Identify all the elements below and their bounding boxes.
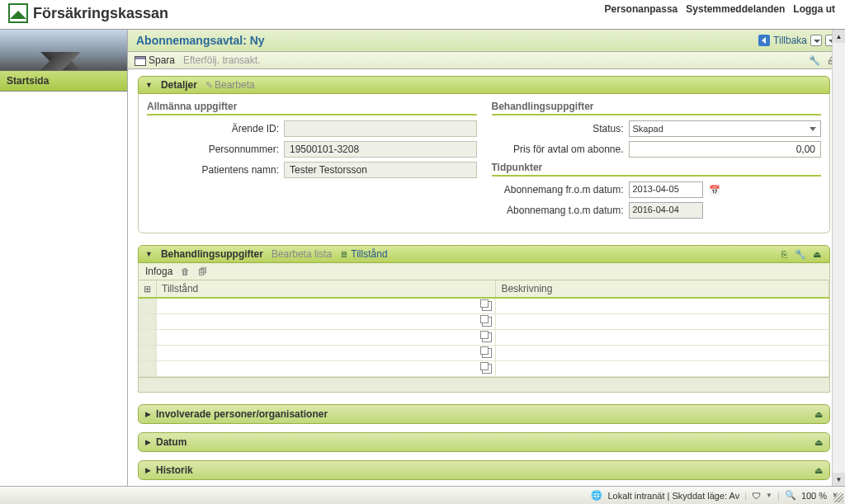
- label-from-date: Abonnemang fr.o.m datum:: [492, 184, 624, 195]
- brand-name: Försäkringskassan: [33, 5, 168, 22]
- main-content: Abonnemangsavtal: Ny Tillbaka Spara Efte…: [128, 30, 845, 486]
- expand-icon[interactable]: ▶: [145, 466, 151, 474]
- panel-title-treatment: Behandlingsuppgifter: [161, 248, 263, 260]
- content-scroll-area: ▼ Detaljer Bearbeta Allmänna uppgifter Ä…: [128, 69, 845, 486]
- label-person-number: Personnummer:: [147, 144, 279, 155]
- select-status[interactable]: Skapad: [629, 120, 822, 137]
- value-help-icon[interactable]: [482, 364, 492, 374]
- field-price[interactable]: 0,00: [629, 141, 822, 158]
- delete-icon[interactable]: [181, 266, 190, 277]
- export-icon[interactable]: ⎘: [778, 248, 790, 260]
- app-header: Försäkringskassan Personanpassa Systemme…: [0, 0, 845, 30]
- left-sidebar: Startsida: [0, 30, 128, 486]
- grid-toolbar: Infoga: [138, 263, 830, 280]
- security-dropdown-icon[interactable]: ▼: [766, 492, 772, 499]
- field-to-date: 2016-04-04: [629, 202, 703, 219]
- panel-date[interactable]: ▶ Datum ⏏: [138, 432, 830, 452]
- list-action: Bearbeta lista: [271, 248, 332, 260]
- zone-text: Lokalt intranät | Skyddat läge: Av: [607, 491, 739, 501]
- label-status: Status:: [492, 123, 624, 134]
- scroll-down-icon[interactable]: ▼: [833, 473, 845, 486]
- panel-involved[interactable]: ▶ Involverade personer/organisationer ⏏: [138, 404, 830, 424]
- field-person-number[interactable]: 19500101-3208: [284, 141, 477, 158]
- save-button[interactable]: Spara: [135, 54, 175, 66]
- lock-icon[interactable]: ⏏: [814, 409, 823, 420]
- panel-header-treatment[interactable]: ▼ Behandlingsuppgifter Bearbeta lista Ti…: [138, 245, 830, 263]
- column-condition[interactable]: Tillstånd: [157, 280, 496, 297]
- treatment-grid: Tillstånd Beskrivning: [138, 280, 830, 393]
- zoom-level: 100 %: [801, 491, 827, 501]
- label-to-date: Abonnemang t.o.m datum:: [492, 205, 624, 216]
- scroll-up-icon[interactable]: ▲: [833, 30, 845, 43]
- value-help-icon[interactable]: [482, 301, 492, 311]
- page-title: Abonnemangsavtal: Ny: [136, 34, 265, 47]
- collapse-icon[interactable]: ▼: [145, 250, 153, 258]
- zone-icon: [591, 490, 602, 501]
- settings-icon[interactable]: [809, 54, 820, 66]
- condition-action[interactable]: Tillstånd: [340, 248, 387, 260]
- zoom-icon[interactable]: [785, 490, 796, 501]
- expand-icon[interactable]: ▶: [145, 438, 151, 446]
- brand-area: Försäkringskassan: [0, 0, 177, 26]
- panel-history[interactable]: ▶ Historik ⏏: [138, 460, 830, 480]
- panel-title-date: Datum: [156, 436, 186, 448]
- field-case-id[interactable]: [284, 120, 477, 137]
- sidebar-item-startsida[interactable]: Startsida: [0, 71, 127, 92]
- table-row[interactable]: [139, 299, 829, 314]
- back-button[interactable]: Tillbaka: [773, 35, 807, 46]
- panel-header-detaljer[interactable]: ▼ Detaljer Bearbeta: [138, 76, 830, 94]
- browser-status-bar: Lokalt intranät | Skyddat läge: Av | 🛡 ▼…: [0, 486, 845, 504]
- table-row[interactable]: [139, 361, 829, 377]
- collapse-icon[interactable]: ▼: [145, 81, 153, 89]
- link-system-messages[interactable]: Systemmeddelanden: [686, 3, 785, 15]
- panel-body-detaljer: Allmänna uppgifter Ärende ID: Personnumm…: [138, 94, 830, 233]
- lock-icon[interactable]: ⏏: [814, 437, 823, 448]
- calendar-icon[interactable]: [708, 183, 721, 196]
- tree-icon: [144, 283, 153, 293]
- grid-header: Tillstånd Beskrivning: [139, 280, 829, 299]
- page-title-bar: Abonnemangsavtal: Ny Tillbaka: [128, 30, 845, 52]
- value-help-icon[interactable]: [482, 348, 492, 358]
- back-dropdown-icon[interactable]: [810, 35, 822, 46]
- tool-icon[interactable]: 🔧: [795, 248, 806, 260]
- vertical-scrollbar[interactable]: ▲ ▼: [832, 30, 845, 486]
- label-price: Pris för avtal om abonne.: [492, 144, 624, 155]
- back-icon[interactable]: [758, 35, 770, 46]
- panel-title-detaljer: Detaljer: [161, 79, 197, 91]
- link-logout[interactable]: Logga ut: [793, 3, 835, 15]
- copy-icon[interactable]: [198, 266, 207, 277]
- table-row[interactable]: [139, 346, 829, 361]
- table-row[interactable]: [139, 314, 829, 330]
- insert-button[interactable]: Infoga: [145, 266, 172, 277]
- section-treatment: Behandlingsuppgifter: [492, 101, 822, 115]
- sidebar-banner-image: [0, 30, 127, 71]
- lock-icon[interactable]: ⏏: [814, 465, 823, 476]
- expand-icon[interactable]: ▶: [145, 410, 151, 418]
- link-personalize[interactable]: Personanpassa: [605, 3, 678, 15]
- value-help-icon[interactable]: [482, 317, 492, 327]
- panel-title-history: Historik: [156, 464, 193, 476]
- value-help-icon[interactable]: [482, 332, 492, 342]
- field-patient-name[interactable]: Tester Testorsson: [284, 162, 477, 178]
- save-icon: [135, 56, 146, 66]
- column-selector[interactable]: [139, 280, 157, 297]
- pencil-icon: [205, 79, 215, 91]
- lock-icon[interactable]: ⏏: [811, 248, 823, 260]
- document-icon: [340, 248, 351, 260]
- followup-button: Efterfölj. transakt.: [183, 54, 260, 66]
- resize-handle[interactable]: [833, 492, 843, 502]
- panel-title-involved: Involverade personer/organisationer: [156, 408, 328, 420]
- section-general: Allmänna uppgifter: [147, 101, 477, 115]
- label-patient-name: Patientens namn:: [147, 164, 279, 176]
- section-times: Tidpunkter: [492, 162, 822, 177]
- grid-footer: [139, 377, 829, 392]
- edit-action: Bearbeta: [205, 79, 255, 91]
- label-case-id: Ärende ID:: [147, 123, 279, 134]
- brand-logo-icon: [8, 3, 28, 23]
- field-from-date[interactable]: 2013-04-05: [629, 181, 703, 198]
- header-links: Personanpassa Systemmeddelanden Logga ut: [595, 0, 845, 18]
- action-toolbar: Spara Efterfölj. transakt.: [128, 52, 845, 69]
- table-row[interactable]: [139, 330, 829, 346]
- column-description[interactable]: Beskrivning: [496, 280, 829, 297]
